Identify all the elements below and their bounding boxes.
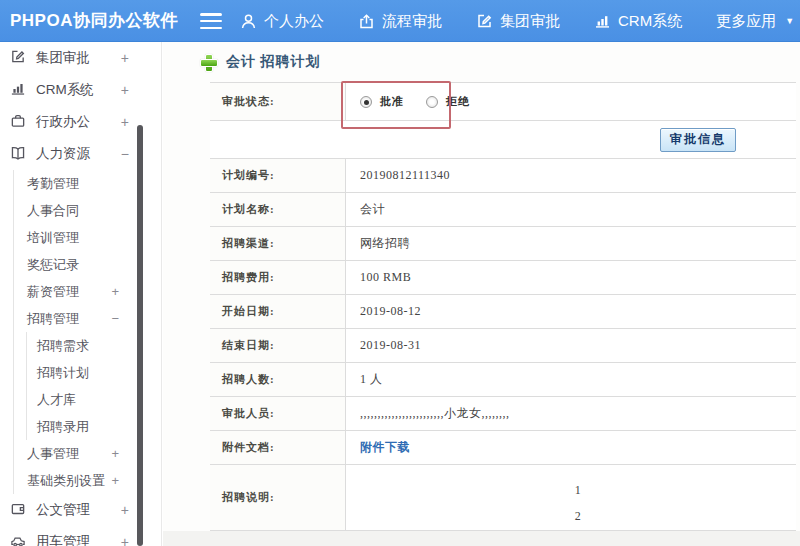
collapse-icon[interactable]: − [111,311,119,326]
bar-chart-icon [10,81,26,100]
app-logo[interactable]: PHPOA协同办公软件 [0,9,178,32]
expand-icon[interactable]: + [121,50,129,66]
collapse-icon[interactable]: − [121,146,129,162]
expand-icon[interactable]: + [111,473,119,488]
book-icon [10,145,26,164]
recruit-description-value: 1 2 [346,465,796,530]
recruit-channel-value: 网络招聘 [346,227,796,260]
sidebar-item-group-approval[interactable]: 集团审批 + [0,42,161,74]
approval-info-button[interactable]: 审批信息 [660,128,736,152]
radio-reject[interactable]: 拒绝 [426,94,470,109]
row-plan-name: 计划名称: 会计 [210,193,796,227]
top-navigation: 个人办公 流程审批 集团审批 [240,0,794,42]
row-end-date: 结束日期: 2019-08-31 [210,329,796,363]
radio-button-icon[interactable] [426,96,438,108]
radio-approve[interactable]: 批准 [360,94,404,109]
bar-chart-icon [594,13,611,30]
nav-group-approval[interactable]: 集团审批 [476,12,560,31]
content-footer-strip [163,531,800,546]
nav-crm-system[interactable]: CRM系统 [594,12,682,31]
row-attachment: 附件文档: 附件下载 [210,431,796,465]
caret-down-icon: ▼ [785,16,794,26]
recruit-count-value: 1 人 [346,363,796,396]
radio-button-icon[interactable] [360,96,372,108]
recruit-cost-value: 100 RMB [346,261,796,294]
plan-number-value: 20190812111340 [346,159,796,192]
process-icon [358,13,375,30]
sidebar-scrollbar[interactable] [137,125,143,546]
top-header: PHPOA协同办公软件 个人办公 流程审批 集团审批 [0,0,800,42]
menu-toggle-icon[interactable] [200,13,222,29]
recruit-plan-form: 审批状态: 批准 拒绝 审批信息 计划编号: 20190812111340 计划 [210,82,796,531]
page-title: 会计 招聘计划 [226,53,321,71]
row-recruit-channel: 招聘渠道: 网络招聘 [210,227,796,261]
row-approvers: 审批人员: ,,,,,,,,,,,,,,,,,,,,,,,,小龙女,,,,,,,… [210,397,796,431]
expand-icon[interactable]: + [121,82,129,98]
approval-options: 批准 拒绝 [346,83,796,120]
edit-square-icon [476,13,493,30]
row-recruit-description: 招聘说明: 1 2 [210,465,796,531]
nav-more-apps[interactable]: 更多应用 ▼ [716,12,794,31]
row-recruit-cost: 招聘费用: 100 RMB [210,261,796,295]
expand-icon[interactable]: + [121,534,129,546]
car-icon [10,533,26,546]
row-plan-number: 计划编号: 20190812111340 [210,159,796,193]
expand-icon[interactable]: + [121,114,129,130]
end-date-value: 2019-08-31 [346,329,796,362]
page-title-row: 会计 招聘计划 [163,42,800,82]
nav-personal-office[interactable]: 个人办公 [240,12,324,31]
plan-name-value: 会计 [346,193,796,226]
expand-icon[interactable]: + [111,284,119,299]
start-date-value: 2019-08-12 [346,295,796,328]
sidebar: 集团审批 + CRM系统 + 行政办公 + 人力资源 [0,42,162,546]
plus-icon [200,54,216,70]
row-recruit-count: 招聘人数: 1 人 [210,363,796,397]
row-approval-button: 审批信息 [210,121,796,159]
user-icon [240,13,257,30]
edit-square-icon [10,49,26,68]
expand-icon[interactable]: + [121,502,129,518]
main-content: 会计 招聘计划 审批状态: 批准 拒绝 审批信息 计划编号: 20 [163,42,800,546]
row-start-date: 开始日期: 2019-08-12 [210,295,796,329]
attachment-download-link[interactable]: 附件下载 [360,439,410,456]
sidebar-item-crm[interactable]: CRM系统 + [0,74,161,106]
document-icon [10,501,26,520]
field-label: 审批状态: [210,83,346,120]
briefcase-icon [10,113,26,132]
approvers-value: ,,,,,,,,,,,,,,,,,,,,,,,,小龙女,,,,,,,, [346,397,796,430]
nav-process-approval[interactable]: 流程审批 [358,12,442,31]
row-approval-status: 审批状态: 批准 拒绝 [210,83,796,121]
expand-icon[interactable]: + [111,446,119,461]
